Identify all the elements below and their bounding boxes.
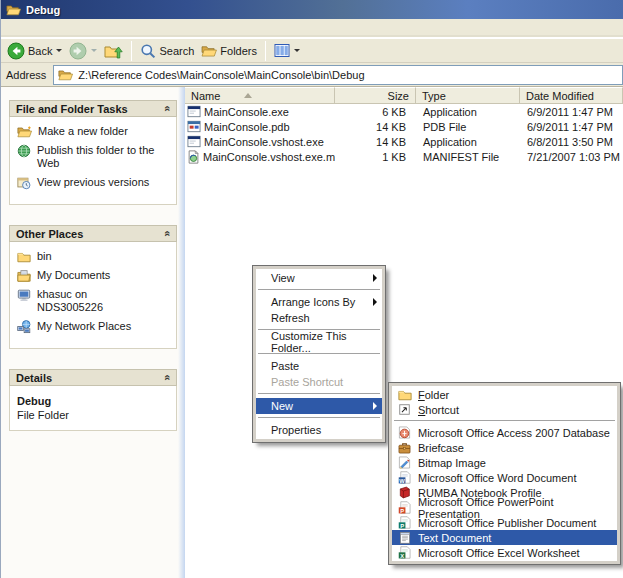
menubar-item[interactable] [51, 26, 67, 30]
file-date: 6/8/2011 3:50 PM [520, 136, 623, 148]
submenu-item[interactable]: Bitmap Image [392, 455, 617, 470]
menu-item-label: Properties [271, 424, 321, 436]
menubar-item[interactable] [67, 26, 83, 30]
submenu-item[interactable]: X Microsoft Office Excel Worksheet [392, 545, 617, 560]
submenu-item[interactable]: Folder [392, 387, 617, 402]
file-name-cell: MainConsole.exe [185, 105, 335, 118]
search-button[interactable]: Search [137, 42, 197, 60]
submenu-item[interactable]: Shortcut [392, 402, 617, 417]
submenu-item[interactable]: P Microsoft Office PowerPoint Presentati… [392, 500, 617, 515]
previous-versions-icon [17, 176, 31, 190]
file-size: 14 KB [335, 136, 416, 148]
file-name: MainConsole.exe [204, 106, 289, 118]
submenu-item[interactable]: W Microsoft Office Word Document [392, 470, 617, 485]
forward-dropdown-icon[interactable] [91, 49, 97, 52]
folders-icon [201, 44, 217, 57]
folder-open-icon [6, 3, 21, 16]
back-button[interactable]: Back [4, 41, 65, 61]
place-link[interactable]: My Documents [17, 269, 172, 282]
task-label: Publish this folder to the Web [37, 144, 155, 170]
collapse-chevron-icon[interactable]: « [161, 374, 172, 380]
menu-item-label: Refresh [271, 312, 310, 324]
menu-item-label: Shortcut [418, 404, 459, 416]
panel-body: bin My Documents khasuc on NDS3005226 My… [9, 242, 177, 349]
place-link[interactable]: My Network Places [17, 320, 172, 334]
menu-item-label: New [271, 400, 293, 412]
file-row[interactable]: MainConsole.vshost.exe 14 KB Application… [185, 134, 623, 149]
context-menu: View Arrange Icons By Refresh Customize … [253, 266, 385, 442]
submenu-item[interactable]: Briefcase [392, 440, 617, 455]
menu-item-label: Microsoft Office Excel Worksheet [418, 547, 580, 559]
menubar-item[interactable] [83, 26, 99, 30]
menu-separator [394, 420, 615, 422]
address-input[interactable]: Z:\Reference Codes\MainConsole\MainConso… [53, 65, 623, 85]
menu-item-label: Text Document [418, 532, 491, 544]
menubar-item[interactable] [35, 26, 51, 30]
file-row[interactable]: MainConsole.pdb 14 KB PDB File 6/9/2011 … [185, 119, 623, 134]
panel-body: Make a new folder Publish this folder to… [9, 117, 177, 205]
panel-header-details[interactable]: Details « [9, 369, 177, 386]
manifest-icon [187, 150, 200, 164]
menu-item-label: Microsoft Office Publisher Document [418, 517, 596, 529]
context-menu-item[interactable]: Customize This Folder... [256, 334, 382, 350]
folder-icon [17, 250, 31, 263]
context-menu-item[interactable]: View [256, 270, 382, 286]
column-header-size[interactable]: Size [335, 87, 416, 104]
collapse-chevron-icon[interactable]: « [161, 105, 172, 111]
toolbar: Back Search Folders [1, 38, 623, 63]
menu-item-label: Paste [271, 360, 299, 372]
file-name-cell: MainConsole.pdb [185, 120, 335, 133]
folders-button[interactable]: Folders [198, 43, 260, 58]
context-menu-item[interactable]: Arrange Icons By [256, 294, 382, 310]
submenu-item[interactable]: P Microsoft Office Publisher Document [392, 515, 617, 530]
menubar-item[interactable] [19, 26, 35, 30]
panel-header-places[interactable]: Other Places « [9, 225, 177, 242]
panel-header-tasks[interactable]: File and Folder Tasks « [9, 100, 177, 117]
menu-item-label: Microsoft Office Access 2007 Database [418, 427, 610, 439]
submenu-item[interactable]: Text Document [392, 530, 617, 545]
submenu-arrow-icon [373, 402, 377, 410]
column-header-type[interactable]: Type [416, 87, 520, 104]
menu-bar [1, 19, 623, 38]
column-header-date[interactable]: Date Modified [520, 87, 623, 104]
folder-icon [397, 388, 412, 401]
back-label: Back [28, 45, 52, 57]
menu-item-label: Arrange Icons By [271, 296, 355, 308]
panel-body: Debug File Folder [9, 386, 177, 431]
menubar-item[interactable] [3, 26, 19, 30]
collapse-chevron-icon[interactable]: « [161, 230, 172, 236]
folders-label: Folders [220, 45, 257, 57]
back-dropdown-icon[interactable] [56, 49, 62, 52]
new-submenu: Folder Shortcut Microsoft Office Access … [389, 383, 620, 564]
file-row[interactable]: MainConsole.vshost.exe.mani... 1 KB MANI… [185, 149, 623, 164]
menu-separator [258, 393, 380, 395]
context-menu-item[interactable]: Paste Shortcut [256, 374, 382, 390]
task-link[interactable]: Publish this folder to the Web [17, 144, 172, 170]
context-menu-item[interactable]: New [256, 398, 382, 414]
context-menu-item[interactable]: Refresh [256, 310, 382, 326]
task-link[interactable]: Make a new folder [17, 125, 172, 138]
publish-web-icon [17, 144, 31, 158]
menu-item-label: Microsoft Office Word Document [418, 472, 577, 484]
up-button[interactable] [101, 42, 126, 60]
forward-button[interactable] [66, 41, 100, 61]
file-date: 7/21/2007 1:03 PM [520, 151, 623, 163]
context-menu-item[interactable]: Properties [256, 422, 382, 438]
views-button[interactable] [271, 42, 303, 59]
place-link[interactable]: bin [17, 250, 172, 263]
submenu-item[interactable]: Microsoft Office Access 2007 Database [392, 425, 617, 440]
column-header-name[interactable]: Name [185, 87, 335, 104]
back-icon [7, 42, 25, 60]
bitmap-icon [397, 456, 412, 469]
details-panel: Details « Debug File Folder [9, 369, 177, 431]
views-dropdown-icon[interactable] [294, 49, 300, 52]
context-menu-item[interactable]: Paste [256, 358, 382, 374]
publisher-icon: P [397, 516, 412, 529]
place-link[interactable]: khasuc on NDS3005226 [17, 288, 172, 314]
file-row[interactable]: MainConsole.exe 6 KB Application 6/9/201… [185, 104, 623, 119]
details-folder-type: File Folder [17, 408, 172, 422]
toolbar-separator [131, 41, 132, 61]
file-date: 6/9/2011 1:47 PM [520, 106, 623, 118]
menu-item-label: Folder [418, 389, 449, 401]
task-link[interactable]: View previous versions [17, 176, 172, 190]
